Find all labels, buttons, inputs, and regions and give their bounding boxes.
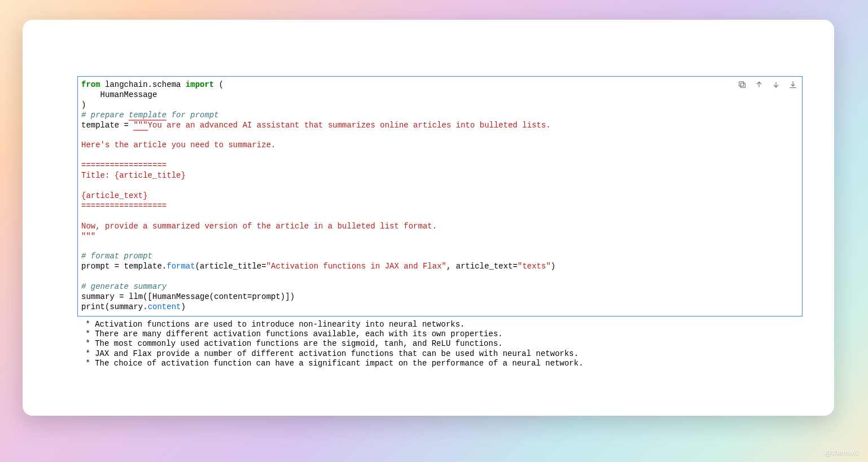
output-line: * The choice of activation function can … — [81, 359, 584, 368]
cell-output: * Activation functions are used to intro… — [77, 316, 803, 368]
comment: # generate summary — [81, 282, 166, 291]
arrow-up-icon[interactable] — [755, 80, 764, 89]
cell-wrapper: from langchain.schema import ( HumanMess… — [77, 76, 803, 368]
comment: # format prompt — [81, 252, 152, 261]
code-content[interactable]: from langchain.schema import ( HumanMess… — [81, 80, 799, 313]
notebook-card: from langchain.schema import ( HumanMess… — [23, 20, 834, 416]
svg-rect-0 — [740, 83, 745, 87]
copy-icon[interactable] — [738, 80, 747, 89]
output-line: * JAX and Flax provide a number of diffe… — [81, 349, 578, 358]
code-cell[interactable]: from langchain.schema import ( HumanMess… — [77, 76, 803, 316]
cell-toolbar — [738, 80, 797, 89]
svg-rect-1 — [739, 82, 744, 86]
output-line: * Activation functions are used to intro… — [81, 320, 465, 329]
download-icon[interactable] — [788, 80, 797, 89]
output-line: * The most commonly used activation func… — [81, 339, 503, 348]
comment: # prepare template for prompt — [81, 111, 219, 121]
output-line: * There are many different activation fu… — [81, 329, 503, 338]
keyword-from: from — [81, 80, 100, 89]
arrow-down-icon[interactable] — [771, 80, 781, 89]
credit-label: @themwiti — [825, 448, 859, 456]
keyword-import: import — [186, 80, 214, 89]
